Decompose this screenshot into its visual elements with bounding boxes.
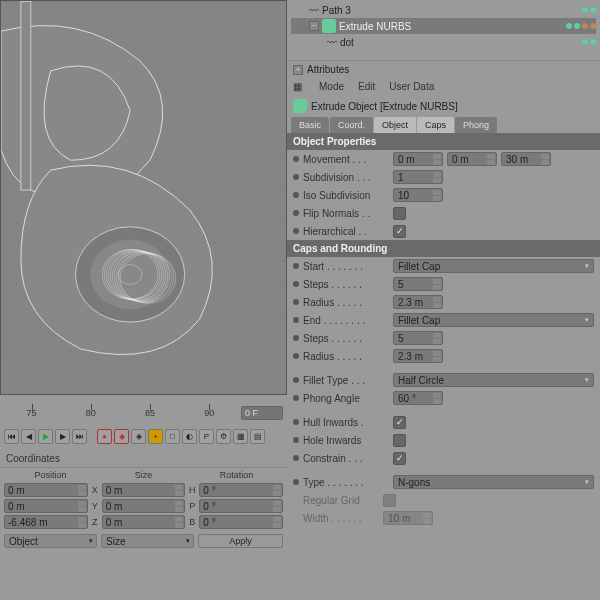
- rot-h-field[interactable]: 0 °: [199, 483, 283, 497]
- tree-item-dot[interactable]: 〰 dot: [291, 34, 596, 50]
- radius2-label: Radius . . . . .: [303, 351, 389, 362]
- hole-checkbox[interactable]: [393, 434, 406, 447]
- section-caps: Caps and Rounding: [287, 240, 600, 257]
- options2-button[interactable]: ▦: [233, 429, 248, 444]
- iso-label: Iso Subdivision: [303, 190, 389, 201]
- axis-h: H: [187, 485, 197, 495]
- extrude-icon: [293, 99, 307, 113]
- object-title-row: Extrude Object [Extrude NURBS]: [287, 95, 600, 117]
- coordinates-panel: Coordinates Position Size Rotation 0 m X…: [0, 450, 287, 552]
- constrain-label: Constrain . . .: [303, 453, 389, 464]
- end-label: End . . . . . . . .: [303, 315, 389, 326]
- object-tree[interactable]: 〰 Path 3 − Extrude NURBS 〰 dot: [287, 0, 600, 60]
- coords-title: Coordinates: [0, 450, 287, 468]
- phong-field[interactable]: 60 °: [393, 391, 443, 405]
- tab-caps[interactable]: Caps: [417, 117, 454, 133]
- start-label: Start . . . . . . .: [303, 261, 389, 272]
- axis-x: X: [90, 485, 100, 495]
- menu-edit[interactable]: Edit: [358, 81, 375, 92]
- prev-frame-button[interactable]: ◀: [21, 429, 36, 444]
- tab-object[interactable]: Object: [374, 117, 416, 133]
- axis-z: Z: [90, 517, 100, 527]
- key-button[interactable]: ◈: [131, 429, 146, 444]
- menu-userdata[interactable]: User Data: [389, 81, 434, 92]
- pos-z-field[interactable]: -6.468 m: [4, 515, 88, 529]
- movement-label: Movement . . .: [303, 154, 389, 165]
- type-dropdown[interactable]: N-gons: [393, 475, 594, 489]
- pos-x-field[interactable]: 0 m: [4, 483, 88, 497]
- expand-icon[interactable]: +: [293, 65, 303, 75]
- movement-y-field[interactable]: 0 m: [447, 152, 497, 166]
- rot-p-field[interactable]: 0 °: [199, 499, 283, 513]
- key-pos-button[interactable]: +: [148, 429, 163, 444]
- playback-controls: ⏮ ◀ ▶ ▶ ⏭ ● ◆ ◈ + □ ◐ P ⚙ ▦ ▤: [0, 425, 287, 447]
- play-button[interactable]: ▶: [38, 429, 53, 444]
- flip-label: Flip Normals . .: [303, 208, 389, 219]
- tree-item-extrude[interactable]: − Extrude NURBS: [291, 18, 596, 34]
- goto-end-button[interactable]: ⏭: [72, 429, 87, 444]
- pos-y-field[interactable]: 0 m: [4, 499, 88, 513]
- type-label: Type . . . . . . .: [303, 477, 389, 488]
- rot-b-field[interactable]: 0 °: [199, 515, 283, 529]
- right-panel: 〰 Path 3 − Extrude NURBS 〰 dot + Attribu…: [287, 0, 600, 600]
- movement-z-field[interactable]: 30 m: [501, 152, 551, 166]
- width-field[interactable]: 10 m: [383, 511, 433, 525]
- steps2-label: Steps . . . . . .: [303, 333, 389, 344]
- constrain-checkbox[interactable]: ✓: [393, 452, 406, 465]
- col-rotation: Rotation: [190, 470, 283, 480]
- spline-icon: 〰: [327, 37, 337, 48]
- grid-label: Regular Grid: [293, 495, 379, 506]
- coords-mode-dropdown[interactable]: Object: [4, 534, 97, 548]
- timeline-tick: 75: [4, 408, 59, 418]
- size-x-field[interactable]: 0 m: [102, 483, 186, 497]
- fillet-dropdown[interactable]: Half Circle: [393, 373, 594, 387]
- section-object-props: Object Properties: [287, 133, 600, 150]
- key-rot-button[interactable]: ◐: [182, 429, 197, 444]
- steps2-field[interactable]: 5: [393, 331, 443, 345]
- options-button[interactable]: ⚙: [216, 429, 231, 444]
- iso-field[interactable]: 10: [393, 188, 443, 202]
- attr-menu: ▦ Mode Edit User Data: [287, 78, 600, 95]
- start-dropdown[interactable]: Fillet Cap: [393, 259, 594, 273]
- radius2-field[interactable]: 2.3 m: [393, 349, 443, 363]
- radius1-field[interactable]: 2.3 m: [393, 295, 443, 309]
- timeline-tick: 90: [182, 408, 237, 418]
- key-param-button[interactable]: P: [199, 429, 214, 444]
- viewport-3d[interactable]: [0, 0, 287, 395]
- options3-button[interactable]: ▤: [250, 429, 265, 444]
- tab-basic[interactable]: Basic: [291, 117, 329, 133]
- apply-button[interactable]: Apply: [198, 534, 283, 548]
- size-z-field[interactable]: 0 m: [102, 515, 186, 529]
- frame-display[interactable]: 0 F: [241, 406, 283, 420]
- hier-checkbox[interactable]: ✓: [393, 225, 406, 238]
- attributes-header[interactable]: + Attributes: [287, 60, 600, 78]
- timeline-tick: 85: [123, 408, 178, 418]
- autokey-button[interactable]: ◆: [114, 429, 129, 444]
- menu-mode[interactable]: Mode: [319, 81, 344, 92]
- movement-x-field[interactable]: 0 m: [393, 152, 443, 166]
- extrude-icon: [322, 19, 336, 33]
- tree-item-path3[interactable]: 〰 Path 3: [291, 2, 596, 18]
- subdivision-field[interactable]: 1: [393, 170, 443, 184]
- size-y-field[interactable]: 0 m: [102, 499, 186, 513]
- tab-phong[interactable]: Phong: [455, 117, 497, 133]
- coords-size-dropdown[interactable]: Size: [101, 534, 194, 548]
- end-dropdown[interactable]: Fillet Cap: [393, 313, 594, 327]
- phong-label: Phong Angle: [303, 393, 389, 404]
- record-button[interactable]: ●: [97, 429, 112, 444]
- fillet-label: Fillet Type . . .: [303, 375, 389, 386]
- collapse-icon[interactable]: −: [309, 21, 319, 31]
- hole-label: Hole Inwards: [303, 435, 389, 446]
- steps1-field[interactable]: 5: [393, 277, 443, 291]
- steps1-label: Steps . . . . . .: [303, 279, 389, 290]
- tab-coord[interactable]: Coord.: [330, 117, 373, 133]
- svg-rect-15: [21, 1, 31, 190]
- col-position: Position: [4, 470, 97, 480]
- goto-start-button[interactable]: ⏮: [4, 429, 19, 444]
- next-frame-button[interactable]: ▶: [55, 429, 70, 444]
- attr-tabs: Basic Coord. Object Caps Phong: [287, 117, 600, 133]
- key-scale-button[interactable]: □: [165, 429, 180, 444]
- flip-checkbox[interactable]: [393, 207, 406, 220]
- hull-checkbox[interactable]: ✓: [393, 416, 406, 429]
- grid-checkbox[interactable]: [383, 494, 396, 507]
